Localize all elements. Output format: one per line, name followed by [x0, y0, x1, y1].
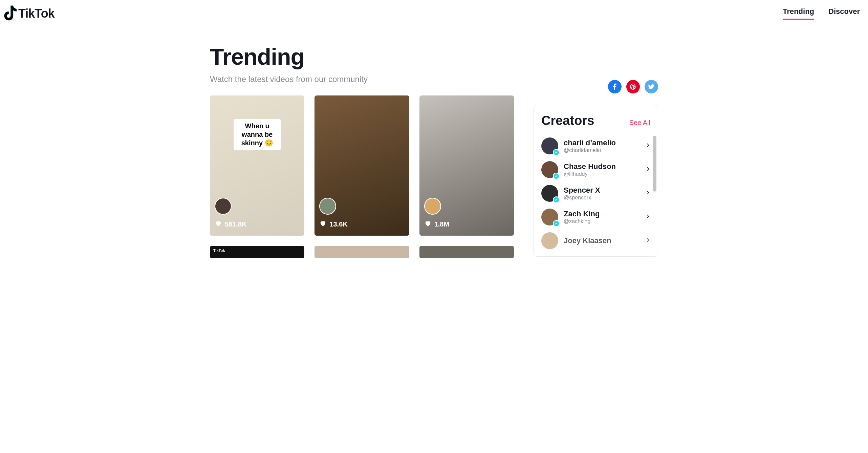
creator-name: charli d’amelio: [564, 138, 640, 147]
verified-badge-icon: [553, 220, 560, 227]
see-all-link[interactable]: See All: [629, 119, 650, 127]
video-card[interactable]: 13.6K: [314, 95, 409, 236]
tiktok-watermark: TikTok: [213, 249, 225, 253]
sidebar: Creators See All charli d’amelio @charli…: [534, 43, 658, 258]
page-title: Trending: [210, 43, 368, 70]
creator-row[interactable]: Chase Hudson @lilhuddy: [534, 158, 658, 181]
title-row: Trending Watch the latest videos from ou…: [210, 43, 514, 84]
verified-badge-icon: [553, 196, 560, 203]
pinterest-icon[interactable]: [626, 80, 640, 93]
like-count: 1.8M: [424, 220, 449, 229]
creator-avatar[interactable]: [424, 198, 441, 215]
video-grid: When u wanna be skinny 😔 581.8K 13: [210, 95, 514, 258]
video-card[interactable]: TikTok: [210, 246, 304, 258]
chevron-right-icon: [646, 238, 650, 244]
video-caption: When u wanna be skinny 😔: [234, 119, 281, 150]
creator-name: Zach King: [564, 210, 640, 218]
heart-icon: [319, 220, 327, 229]
creators-list[interactable]: charli d’amelio @charlidamelio Chase Hud…: [534, 134, 658, 256]
nav-discover[interactable]: Discover: [828, 7, 860, 20]
video-card[interactable]: [419, 246, 514, 258]
creator-avatar[interactable]: [215, 198, 232, 215]
heart-icon: [424, 220, 432, 229]
creator-handle: @zachking: [564, 218, 640, 224]
verified-badge-icon: [553, 149, 560, 156]
creator-row[interactable]: Spencer X @spencerx: [534, 181, 658, 205]
video-card[interactable]: [314, 246, 409, 258]
creator-row[interactable]: charli d’amelio @charlidamelio: [534, 134, 658, 158]
nav-trending[interactable]: Trending: [783, 7, 814, 20]
creator-name: Chase Hudson: [564, 162, 640, 171]
chevron-right-icon: [646, 167, 650, 173]
creator-avatar: [541, 185, 558, 202]
creator-avatar[interactable]: [319, 198, 336, 215]
creators-card: Creators See All charli d’amelio @charli…: [534, 105, 658, 257]
facebook-icon[interactable]: [608, 80, 622, 93]
page-subtitle: Watch the latest videos from our communi…: [210, 74, 368, 84]
like-count: 13.6K: [319, 220, 347, 229]
creator-row[interactable]: Zach King @zachking: [534, 205, 658, 229]
twitter-icon[interactable]: [645, 80, 658, 93]
page-body: Trending Watch the latest videos from ou…: [187, 27, 681, 258]
creator-row[interactable]: Joey Klaasen: [534, 229, 658, 253]
creator-avatar: [541, 161, 558, 178]
site-header: TikTok Trending Discover: [0, 0, 868, 27]
creators-title: Creators: [541, 113, 594, 128]
scrollbar-thumb[interactable]: [653, 136, 656, 192]
chevron-right-icon: [646, 214, 650, 220]
tiktok-note-icon: [3, 5, 17, 22]
share-icons: [534, 80, 658, 93]
creator-handle: @spencerx: [564, 195, 640, 201]
creator-avatar: [541, 137, 558, 154]
tiktok-logo[interactable]: TikTok: [3, 5, 55, 22]
creator-name: Spencer X: [564, 186, 640, 195]
creator-name: Joey Klaasen: [564, 236, 640, 245]
creator-avatar: [541, 209, 558, 225]
video-card[interactable]: 1.8M: [419, 95, 514, 236]
like-count: 581.8K: [215, 220, 247, 229]
creator-handle: @charlidamelio: [564, 147, 640, 153]
chevron-right-icon: [646, 143, 650, 149]
video-card[interactable]: When u wanna be skinny 😔 581.8K: [210, 95, 304, 236]
creator-handle: @lilhuddy: [564, 171, 640, 177]
verified-badge-icon: [553, 173, 560, 179]
creator-avatar: [541, 232, 558, 249]
chevron-right-icon: [646, 190, 650, 196]
heart-icon: [215, 220, 222, 229]
primary-nav: Trending Discover: [783, 7, 860, 20]
tiktok-wordmark: TikTok: [18, 6, 55, 21]
